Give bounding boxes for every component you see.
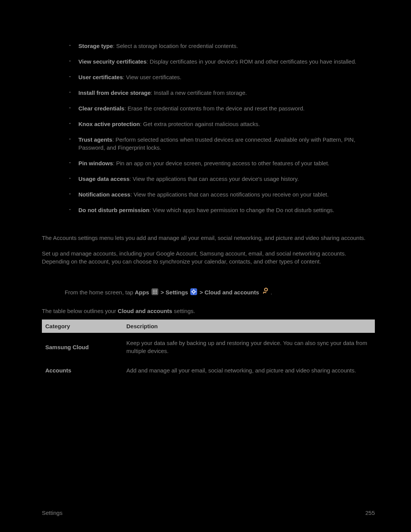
desc: : View which apps have permission to cha… xyxy=(150,207,335,213)
list-item: Storage type: Select a storage location … xyxy=(69,42,375,50)
nav-sep: > xyxy=(161,289,166,296)
nav-sep: > xyxy=(200,289,205,296)
desc: : Install a new certificate from storage… xyxy=(151,89,247,96)
cell-category: Accounts xyxy=(42,360,123,380)
list-item: Knox active protection: Get extra protec… xyxy=(69,120,375,128)
nav-apps-label: Apps xyxy=(135,289,149,296)
apps-icon xyxy=(151,288,158,297)
nav-cloud-label: Cloud and accounts xyxy=(205,289,259,296)
svg-point-6 xyxy=(156,291,157,292)
term: Install from device storage xyxy=(78,89,151,96)
accounts-paragraph-2: Set up and manage accounts, including yo… xyxy=(42,249,375,265)
list-item: Clear credentials: Erase the credential … xyxy=(69,104,375,112)
desc: : View the applications that can access … xyxy=(129,176,299,182)
table-row: Samsung Cloud Keep your data safe by bac… xyxy=(42,333,375,360)
desc: : Get extra protection against malicious… xyxy=(140,121,260,127)
svg-rect-13 xyxy=(194,289,194,290)
settings-gear-icon xyxy=(190,288,197,297)
term: Clear credentials xyxy=(78,105,124,112)
svg-rect-14 xyxy=(194,293,194,294)
footer-page-number: 255 xyxy=(365,509,375,517)
desc: : View user certificates. xyxy=(123,74,182,80)
table-row: Accounts Add and manage all your email, … xyxy=(42,360,375,380)
key-icon xyxy=(261,288,270,298)
svg-point-17 xyxy=(264,288,268,292)
cell-category: Samsung Cloud xyxy=(42,333,123,360)
th-description: Description xyxy=(123,320,375,333)
term: Storage type xyxy=(78,43,113,49)
svg-point-7 xyxy=(153,293,154,294)
list-item: Trust agents: Perform selected actions w… xyxy=(69,136,375,152)
svg-point-3 xyxy=(156,290,157,291)
svg-rect-19 xyxy=(263,292,264,294)
desc: : Pin an app on your device screen, prev… xyxy=(113,160,330,166)
term: Do not disturb permission xyxy=(78,207,150,213)
cell-description: Keep your data safe by backing up and re… xyxy=(123,333,375,360)
desc: : Perform selected actions when trusted … xyxy=(78,136,355,151)
svg-point-4 xyxy=(153,291,154,292)
nav-settings-label: Settings xyxy=(166,289,188,296)
svg-point-12 xyxy=(193,291,194,292)
term: View security certificates xyxy=(78,58,147,65)
svg-point-9 xyxy=(156,293,157,294)
cloud-accounts-table: Category Description Samsung Cloud Keep … xyxy=(42,320,375,380)
security-options-list: Storage type: Select a storage location … xyxy=(42,42,375,214)
table-intro-pre: The table below outlines your xyxy=(42,308,118,314)
nav-prefix: From the home screen, tap xyxy=(65,289,135,296)
footer-section-name: Settings xyxy=(42,509,62,517)
table-header-row: Category Description xyxy=(42,320,375,333)
th-category: Category xyxy=(42,320,123,333)
term: Usage data access xyxy=(78,176,129,182)
term: User certificates xyxy=(78,74,123,80)
table-intro-post: settings. xyxy=(172,308,195,314)
svg-rect-15 xyxy=(191,291,193,292)
term: Notification access xyxy=(78,191,131,198)
svg-point-2 xyxy=(155,290,156,291)
desc: : Select a storage location for credenti… xyxy=(113,43,238,49)
desc: : View the applications that can access … xyxy=(131,191,329,198)
accounts-paragraph-1: The Accounts settings menu lets you add … xyxy=(42,234,375,242)
list-item: Pin windows: Pin an app on your device s… xyxy=(69,159,375,167)
svg-rect-16 xyxy=(196,291,197,292)
svg-point-5 xyxy=(155,291,156,292)
table-intro-bold: Cloud and accounts xyxy=(118,308,172,314)
list-item: Usage data access: View the applications… xyxy=(69,175,375,183)
page-footer: Settings 255 xyxy=(42,509,375,517)
desc: : Display certificates in your device's … xyxy=(147,58,356,65)
list-item: Install from device storage: Install a n… xyxy=(69,89,375,97)
table-intro: The table below outlines your Cloud and … xyxy=(42,307,375,315)
list-item: View security certificates: Display cert… xyxy=(69,58,375,66)
nav-period: . xyxy=(271,289,272,296)
svg-point-8 xyxy=(155,293,156,294)
document-page: Storage type: Select a storage location … xyxy=(0,0,411,532)
term: Pin windows xyxy=(78,160,113,166)
list-item: Notification access: View the applicatio… xyxy=(69,190,375,198)
svg-point-1 xyxy=(153,290,154,291)
list-item: User certificates: View user certificate… xyxy=(69,73,375,81)
desc: : Erase the credential contents from the… xyxy=(124,105,305,112)
list-item: Do not disturb permission: View which ap… xyxy=(69,206,375,214)
term: Trust agents xyxy=(78,136,112,143)
term: Knox active protection xyxy=(78,121,140,127)
cell-description: Add and manage all your email, social ne… xyxy=(123,360,375,380)
navigation-path: From the home screen, tap Apps > Setting… xyxy=(65,288,375,299)
